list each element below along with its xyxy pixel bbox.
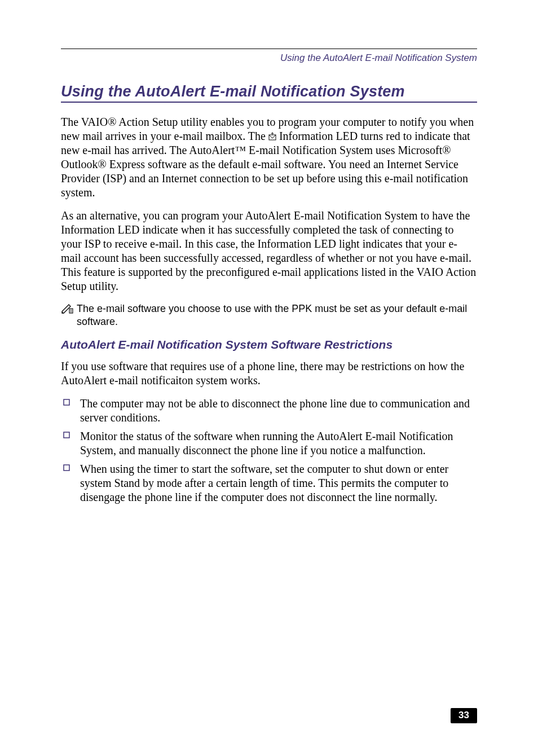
svg-rect-5 — [64, 399, 69, 405]
information-led-icon — [268, 130, 276, 138]
svg-rect-7 — [64, 465, 69, 471]
paragraph-3: If you use software that requires use of… — [61, 359, 477, 388]
note-block: The e-mail software you choose to use wi… — [61, 302, 477, 328]
bullet-list: The computer may not be able to disconne… — [61, 397, 477, 504]
page-title: Using the AutoAlert E-mail Notification … — [61, 83, 477, 100]
paragraph-2: As an alternative, you can program your … — [61, 209, 477, 293]
pencil-note-icon — [61, 304, 73, 316]
paragraph-1: The VAIO® Action Setup utility enables y… — [61, 115, 477, 200]
running-head: Using the AutoAlert E-mail Notification … — [61, 52, 477, 64]
list-item: When using the timer to start the softwa… — [61, 462, 477, 504]
svg-rect-6 — [64, 432, 69, 438]
page-number: 33 — [451, 708, 477, 723]
note-text: The e-mail software you choose to use wi… — [77, 302, 477, 328]
list-item-text: The computer may not be able to disconne… — [80, 397, 477, 425]
square-bullet-icon — [61, 429, 80, 438]
square-bullet-icon — [61, 397, 80, 406]
list-item: The computer may not be able to disconne… — [61, 397, 477, 425]
list-item-text: When using the timer to start the softwa… — [80, 462, 477, 504]
list-item: Monitor the status of the software when … — [61, 429, 477, 458]
list-item-text: Monitor the status of the software when … — [80, 429, 477, 458]
top-rule — [61, 49, 477, 49]
title-rule — [61, 102, 477, 103]
section-heading: AutoAlert E-mail Notification System Sof… — [61, 338, 477, 351]
square-bullet-icon — [61, 462, 80, 471]
